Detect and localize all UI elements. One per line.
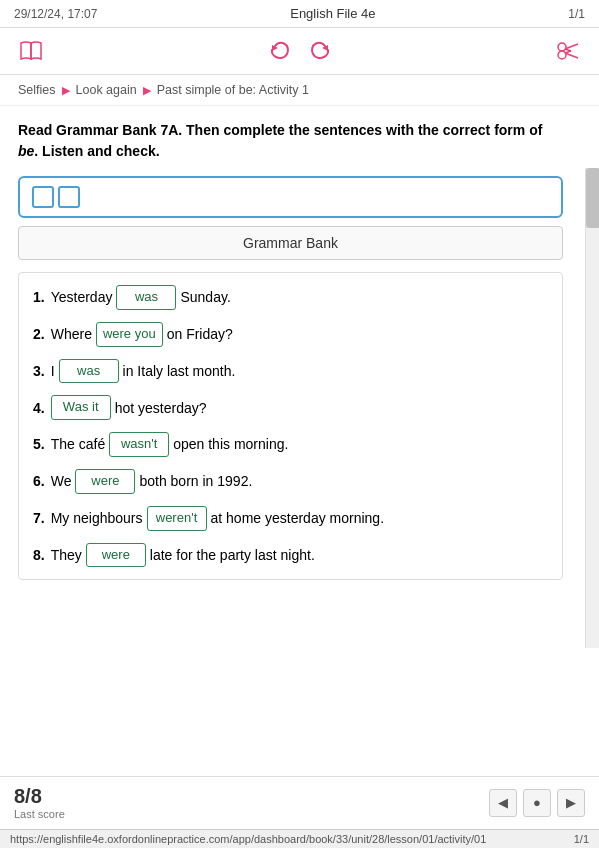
svg-point-3 <box>558 51 566 59</box>
svg-line-4 <box>565 44 578 49</box>
item-after-7: at home yesterday morning. <box>211 507 385 529</box>
item-number-8: 8. <box>33 544 45 566</box>
answer-box-3: was <box>59 359 119 384</box>
item-after-8: late for the party last night. <box>150 544 315 566</box>
item-before-7: My neighbours <box>51 507 143 529</box>
page-num: 1/1 <box>574 833 589 845</box>
item-number-1: 1. <box>33 286 45 308</box>
item-before-3: I <box>51 360 55 382</box>
answer-box-2: were you <box>96 322 163 347</box>
item-after-4: hot yesterday? <box>115 397 207 419</box>
answer-box-6: were <box>75 469 135 494</box>
item-number-6: 6. <box>33 470 45 492</box>
answer-box-5: wasn't <box>109 432 169 457</box>
exercise-item-6: 6. We were both born in 1992. <box>33 469 548 494</box>
svg-line-5 <box>565 53 578 58</box>
nav-right <box>555 40 581 62</box>
datetime: 29/12/24, 17:07 <box>14 7 97 21</box>
exercise-item-7: 7. My neighbours weren't at home yesterd… <box>33 506 548 531</box>
scrollbar[interactable] <box>585 168 599 648</box>
exercise-item-2: 2. Where were you on Friday? <box>33 322 548 347</box>
media-squares <box>32 186 80 208</box>
item-before-5: The café <box>51 433 105 455</box>
next-button[interactable]: ▶ <box>557 789 585 817</box>
item-before-8: They <box>51 544 82 566</box>
bottom-nav: ◀ ● ▶ <box>489 789 585 817</box>
breadcrumb: Selfies ▶ Look again ▶ Past simple of be… <box>0 75 599 106</box>
item-after-2: on Friday? <box>167 323 233 345</box>
exercise-item-5: 5. The café wasn't open this morning. <box>33 432 548 457</box>
url-bar: https://englishfile4e.oxfordonlinepracti… <box>0 829 599 848</box>
score-label: Last score <box>14 808 65 820</box>
item-before-1: Yesterday <box>51 286 113 308</box>
page-indicator: 1/1 <box>568 7 585 21</box>
nav-dots[interactable]: ● <box>523 789 551 817</box>
item-number-2: 2. <box>33 323 45 345</box>
exercise-item-3: 3. I was in Italy last month. <box>33 359 548 384</box>
breadcrumb-item-1: Selfies <box>18 83 56 97</box>
main-content: Read Grammar Bank 7A. Then complete the … <box>0 106 599 594</box>
breadcrumb-arrow-1: ▶ <box>62 84 70 97</box>
item-after-1: Sunday. <box>180 286 230 308</box>
item-after-3: in Italy last month. <box>123 360 236 382</box>
scroll-thumb[interactable] <box>586 168 599 228</box>
answer-box-8: were <box>86 543 146 568</box>
url-text: https://englishfile4e.oxfordonlinepracti… <box>10 833 486 845</box>
svg-line-7 <box>565 51 571 53</box>
page-title: English File 4e <box>290 6 375 21</box>
media-box[interactable] <box>18 176 563 218</box>
exercise-item-8: 8. They were late for the party last nig… <box>33 543 548 568</box>
undo-button[interactable] <box>267 38 293 64</box>
item-number-4: 4. <box>33 397 45 419</box>
breadcrumb-arrow-2: ▶ <box>143 84 151 97</box>
answer-box-4: Was it <box>51 395 111 420</box>
bottom-bar: 8/8 Last score ◀ ● ▶ <box>0 776 599 828</box>
breadcrumb-item-3: Past simple of be: Activity 1 <box>157 83 309 97</box>
grammar-bank-label: Grammar Bank <box>243 235 338 251</box>
scissors-icon[interactable] <box>555 40 581 62</box>
svg-point-2 <box>558 43 566 51</box>
exercise-area: 1. Yesterday was Sunday. 2. Where were y… <box>18 272 563 580</box>
item-after-6: both born in 1992. <box>139 470 252 492</box>
book-icon[interactable] <box>18 40 44 62</box>
score-section: 8/8 Last score <box>14 785 65 820</box>
exercise-item-1: 1. Yesterday was Sunday. <box>33 285 548 310</box>
item-after-5: open this morning. <box>173 433 288 455</box>
redo-button[interactable] <box>307 38 333 64</box>
item-number-5: 5. <box>33 433 45 455</box>
nav-icons-bar <box>0 28 599 75</box>
item-before-2: Where <box>51 323 92 345</box>
answer-box-1: was <box>116 285 176 310</box>
score-value: 8/8 <box>14 785 65 808</box>
media-square-2 <box>58 186 80 208</box>
nav-left <box>18 40 44 62</box>
item-before-6: We <box>51 470 72 492</box>
item-number-3: 3. <box>33 360 45 382</box>
item-number-7: 7. <box>33 507 45 529</box>
exercise-item-4: 4. Was it hot yesterday? <box>33 395 548 420</box>
top-bar: 29/12/24, 17:07 English File 4e 1/1 <box>0 0 599 28</box>
prev-button[interactable]: ◀ <box>489 789 517 817</box>
grammar-bank-box[interactable]: Grammar Bank <box>18 226 563 260</box>
media-square-1 <box>32 186 54 208</box>
instructions: Read Grammar Bank 7A. Then complete the … <box>18 120 581 162</box>
nav-center <box>267 38 333 64</box>
breadcrumb-item-2: Look again <box>76 83 137 97</box>
answer-box-7: weren't <box>147 506 207 531</box>
